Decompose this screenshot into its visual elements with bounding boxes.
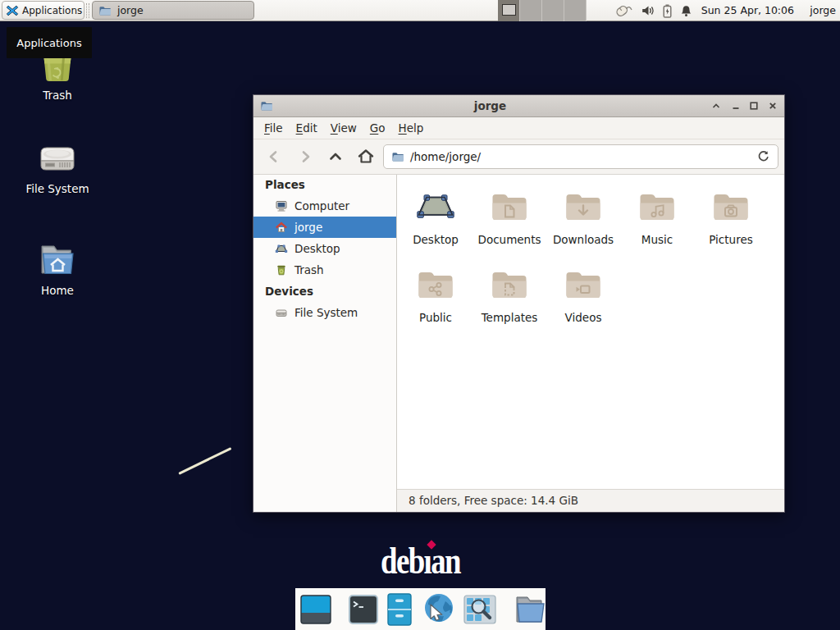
- dock-app-finder[interactable]: [463, 593, 497, 626]
- trash-mini-icon: [275, 263, 288, 276]
- public-folder-icon: [416, 265, 455, 304]
- folder-grid: Desktop Documents Downloads Music: [399, 187, 768, 343]
- sidebar-item-label: Desktop: [294, 242, 340, 255]
- panel-clock[interactable]: Sun 25 Apr, 10:06: [701, 0, 794, 21]
- window-titlebar[interactable]: jorge: [253, 95, 784, 117]
- sidebar-header-devices: Devices: [253, 281, 396, 302]
- dock-folder[interactable]: [512, 592, 548, 627]
- sidebar-item-label: File System: [294, 306, 358, 319]
- menu-file[interactable]: File: [264, 121, 283, 135]
- sidebar-header-places: Places: [253, 175, 396, 195]
- file-videos[interactable]: Videos: [546, 265, 620, 343]
- path-text: /home/jorge/: [410, 150, 481, 163]
- mouse-settings-icon[interactable]: [614, 3, 633, 18]
- bell-icon[interactable]: [680, 4, 692, 18]
- bottom-dock: [295, 588, 546, 630]
- sidebar-item-trash[interactable]: Trash: [253, 259, 396, 281]
- desktop-mini-icon: [275, 242, 288, 255]
- xfce-logo-icon: [6, 4, 19, 17]
- menu-go[interactable]: Go: [370, 121, 386, 135]
- debian-logo-text: an: [431, 540, 460, 582]
- file-desktop[interactable]: Desktop: [399, 187, 472, 265]
- workspace-window-preview: [502, 4, 516, 16]
- folder-icon: [98, 4, 112, 17]
- status-bar: 8 folders, Free space: 14.4 GiB: [397, 489, 784, 512]
- applications-menu-button[interactable]: Applications: [2, 1, 84, 20]
- sidebar-item-jorge[interactable]: jorge: [253, 217, 396, 238]
- file-templates[interactable]: Templates: [472, 265, 546, 343]
- dock-web-browser[interactable]: [419, 591, 457, 628]
- window-folder-icon: [260, 99, 273, 112]
- panel-separator-handle: [86, 3, 89, 18]
- menu-view[interactable]: View: [331, 121, 357, 135]
- documents-folder-icon: [490, 187, 529, 226]
- file-music[interactable]: Music: [620, 187, 694, 265]
- panel-user-menu[interactable]: jorge: [810, 0, 836, 21]
- workspace-4[interactable]: [564, 0, 587, 21]
- maximize-button[interactable]: [745, 95, 763, 116]
- taskbar-window-button[interactable]: jorge: [92, 1, 254, 20]
- file-label: Pictures: [709, 233, 752, 246]
- back-button[interactable]: [262, 145, 285, 168]
- file-downloads[interactable]: Downloads: [546, 187, 620, 265]
- file-public[interactable]: Public: [399, 265, 472, 343]
- file-label: Public: [419, 311, 452, 324]
- desktop-icon-label: File System: [16, 182, 98, 195]
- forward-button[interactable]: [294, 145, 317, 168]
- home-button[interactable]: [354, 145, 377, 168]
- applications-menu-label: Applications: [22, 5, 82, 16]
- downloads-folder-icon: [564, 187, 603, 226]
- close-button[interactable]: [764, 95, 782, 116]
- file-label: Videos: [565, 311, 602, 324]
- taskbar-window-label: jorge: [117, 4, 144, 16]
- volume-icon[interactable]: [641, 4, 655, 17]
- menu-help[interactable]: Help: [399, 121, 424, 135]
- window-title: jorge: [278, 95, 702, 116]
- file-label: Downloads: [553, 233, 614, 246]
- debian-logo-text: deb: [381, 540, 423, 582]
- menu-edit[interactable]: Edit: [296, 121, 317, 135]
- workspace-1[interactable]: [498, 0, 520, 21]
- minimize-button[interactable]: [727, 95, 745, 116]
- drive-mini-icon: [275, 306, 288, 319]
- desktop-icon-home[interactable]: Home: [16, 240, 98, 297]
- workspace-2[interactable]: [520, 0, 542, 21]
- toolbar: /home/jorge/: [253, 139, 784, 175]
- videos-folder-icon: [564, 265, 603, 304]
- dock-show-desktop[interactable]: [299, 592, 332, 627]
- path-bar[interactable]: /home/jorge/: [383, 144, 778, 169]
- sidebar-item-label: Trash: [294, 263, 324, 276]
- up-button[interactable]: [324, 145, 347, 168]
- path-folder-icon: [391, 150, 404, 163]
- sidebar-item-label: Computer: [294, 199, 349, 212]
- pictures-folder-icon: [711, 187, 751, 226]
- battery-icon[interactable]: [663, 4, 672, 18]
- system-tray: [614, 0, 692, 21]
- file-pictures[interactable]: Pictures: [694, 187, 768, 265]
- home-folder-icon: [16, 240, 98, 281]
- desktop-icon-file-system[interactable]: File System: [16, 138, 98, 195]
- reload-button[interactable]: [756, 149, 770, 163]
- desktop-icon-label: Home: [16, 284, 98, 297]
- sidebar-item-file-system[interactable]: File System: [253, 302, 396, 323]
- applications-tooltip: Applications: [7, 27, 92, 58]
- workspace-3[interactable]: [542, 0, 564, 21]
- shade-button[interactable]: [707, 95, 725, 116]
- top-panel: Applications jorge Sun 25 Apr, 10:06 jor…: [0, 0, 840, 21]
- desktop-scribble-line: [178, 447, 231, 475]
- file-view: Desktop Documents Downloads Music: [397, 175, 784, 489]
- file-label: Documents: [478, 233, 541, 246]
- dock-terminal[interactable]: [347, 593, 380, 626]
- computer-icon: [275, 199, 288, 212]
- debian-logo: debıan: [0, 545, 840, 578]
- file-documents[interactable]: Documents: [472, 187, 546, 265]
- file-label: Music: [641, 233, 673, 246]
- sidebar-item-computer[interactable]: Computer: [253, 195, 396, 217]
- sidebar: Places Computer jorge Desktop Trash Devi…: [253, 175, 397, 512]
- menu-bar: File Edit View Go Help: [253, 117, 784, 139]
- file-label: Desktop: [413, 233, 459, 246]
- dock-file-cabinet[interactable]: [386, 592, 413, 627]
- right-pane: Desktop Documents Downloads Music: [397, 175, 784, 512]
- sidebar-item-desktop[interactable]: Desktop: [253, 238, 396, 259]
- home-icon: [275, 221, 288, 234]
